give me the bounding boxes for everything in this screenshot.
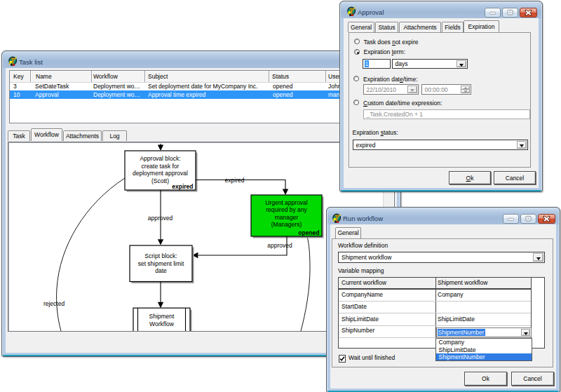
svg-text:rejected: rejected: [43, 300, 65, 307]
svg-text:date: date: [155, 267, 167, 274]
svg-text:(Managers): (Managers): [271, 221, 302, 228]
svg-text:expired: expired: [225, 177, 245, 184]
svg-text:create task for: create task for: [142, 163, 180, 170]
svg-text:deployment approval: deployment approval: [133, 170, 188, 177]
svg-text:Script block:: Script block:: [144, 252, 177, 259]
svg-text:(Scott): (Scott): [151, 177, 169, 184]
svg-text:Shipment: Shipment: [149, 313, 175, 320]
svg-text:manager: manager: [275, 214, 299, 221]
svg-text:Workflow: Workflow: [149, 320, 175, 327]
svg-text:Urgent approval: Urgent approval: [265, 199, 308, 206]
svg-text:set shipment limit: set shipment limit: [138, 260, 184, 267]
svg-text:approved: approved: [148, 215, 173, 222]
svg-text:required by any: required by any: [266, 206, 307, 213]
svg-text:Approval block:: Approval block:: [140, 155, 180, 162]
svg-text:expired: expired: [172, 183, 193, 190]
svg-text:opened: opened: [298, 229, 319, 236]
svg-text:approved: approved: [267, 242, 292, 249]
